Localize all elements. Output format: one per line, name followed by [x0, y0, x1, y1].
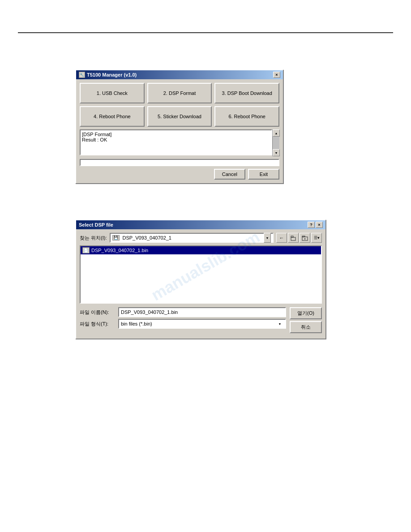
exit-button[interactable]: Exit	[248, 169, 279, 180]
toolbar-up-button[interactable]	[288, 233, 299, 243]
dsp-format-button[interactable]: 2. DSP Format	[147, 83, 212, 103]
filetype-dropdown-arrow[interactable]: ▼	[276, 319, 283, 329]
reboot-phone-4-button[interactable]: 4. Reboot Phone	[80, 106, 145, 127]
dsp-file-rows: 파일 이름(N): 파일 형식(T): bin files (*.bin) ▼ …	[80, 307, 322, 333]
filename-label: 파일 이름(N):	[80, 309, 116, 316]
filetype-row: 파일 형식(T): bin files (*.bin) ▼	[80, 319, 286, 329]
dsp-cancel-button[interactable]: 취소	[290, 321, 322, 333]
usb-check-button[interactable]: 1. USB Check	[80, 83, 145, 103]
t5100-bottom-buttons: Cancel Exit	[80, 169, 279, 180]
toolbar-back-button[interactable]: ←	[276, 233, 287, 243]
toolbar-view-button[interactable]: ☰▾	[311, 233, 322, 243]
log-textarea: [DSP Format] Result : OK	[80, 129, 272, 155]
filetype-label: 파일 형식(T):	[80, 321, 116, 327]
t5100-titlebar: 🔧 T5100 Manager (v1.0) ×	[76, 70, 283, 79]
scroll-up-btn[interactable]: ▲	[273, 129, 280, 137]
t5100-title-left: 🔧 T5100 Manager (v1.0)	[79, 72, 137, 78]
location-label: 찾는 위치(I):	[80, 235, 107, 241]
toolbar-new-folder-button[interactable]	[300, 233, 310, 243]
t5100-close-button[interactable]: ×	[273, 72, 280, 78]
file-icon: 📄	[82, 247, 90, 253]
svg-rect-1	[291, 236, 293, 237]
dsp-title-text: Select DSP file	[79, 222, 113, 227]
t5100-dialog-body: 1. USB Check 2. DSP Format 3. DSP Boot D…	[76, 79, 283, 183]
location-value: DSP_V093_040702_1	[123, 235, 171, 240]
sticker-download-button[interactable]: 5. Sticker Download	[147, 106, 212, 127]
drive-icon: 💾	[112, 235, 120, 240]
scroll-track	[273, 137, 279, 149]
toolbar-buttons: ← ☰▾	[276, 233, 322, 243]
location-row: 찾는 위치(I): 💾 DSP_V093_040702_1 ▼ ←	[80, 233, 322, 243]
location-dropdown[interactable]: 💾 DSP_V093_040702_1 ▼	[110, 233, 274, 243]
t5100-button-row-1: 1. USB Check 2. DSP Format 3. DSP Boot D…	[80, 83, 279, 103]
dsp-close-button[interactable]: ×	[316, 222, 323, 228]
svg-rect-3	[302, 236, 305, 237]
reboot-phone-6-button[interactable]: 6. Reboot Phone	[214, 106, 279, 127]
scroll-down-btn[interactable]: ▼	[273, 149, 280, 156]
file-item-name: DSP_V093_040702_1.bin	[91, 248, 148, 253]
dsp-title-buttons: ? ×	[308, 222, 323, 228]
file-inputs-area: 파일 이름(N): 파일 형식(T): bin files (*.bin) ▼	[80, 307, 286, 330]
dsp-titlebar: Select DSP file ? ×	[76, 220, 325, 229]
file-list-area: 📄 DSP_V093_040702_1.bin	[80, 245, 322, 304]
open-button[interactable]: 열기(O)	[290, 307, 322, 319]
dsp-file-dialog: Select DSP file ? × 찾는 위치(I): 💾 DSP_V093…	[75, 219, 326, 339]
location-dropdown-arrow[interactable]: ▼	[264, 233, 271, 243]
svg-rect-0	[291, 237, 295, 240]
filename-input[interactable]	[118, 307, 286, 317]
top-horizontal-rule	[18, 32, 393, 33]
file-list-item[interactable]: 📄 DSP_V093_040702_1.bin	[81, 246, 321, 254]
log-area-container: [DSP Format] Result : OK ▲ ▼	[80, 129, 279, 156]
t5100-button-row-2: 4. Reboot Phone 5. Sticker Download 6. R…	[80, 106, 279, 127]
log-scrollbar[interactable]: ▲ ▼	[272, 129, 279, 156]
progress-bar	[80, 159, 279, 166]
dsp-action-buttons: 열기(O) 취소	[290, 307, 322, 333]
dsp-dialog-body: 찾는 위치(I): 💾 DSP_V093_040702_1 ▼ ←	[76, 229, 325, 339]
t5100-title-icon: 🔧	[79, 72, 85, 78]
t5100-manager-dialog: 🔧 T5100 Manager (v1.0) × 1. USB Check 2.…	[75, 69, 283, 184]
dsp-help-button[interactable]: ?	[308, 222, 315, 228]
cancel-button[interactable]: Cancel	[214, 169, 245, 180]
dsp-boot-download-button[interactable]: 3. DSP Boot Download	[214, 83, 279, 103]
t5100-title-text: T5100 Manager (v1.0)	[87, 72, 137, 77]
location-dropdown-content: 💾 DSP_V093_040702_1	[112, 235, 171, 240]
filetype-dropdown[interactable]: bin files (*.bin) ▼	[118, 319, 286, 329]
filename-row: 파일 이름(N):	[80, 307, 286, 317]
filetype-value: bin files (*.bin)	[121, 321, 152, 326]
